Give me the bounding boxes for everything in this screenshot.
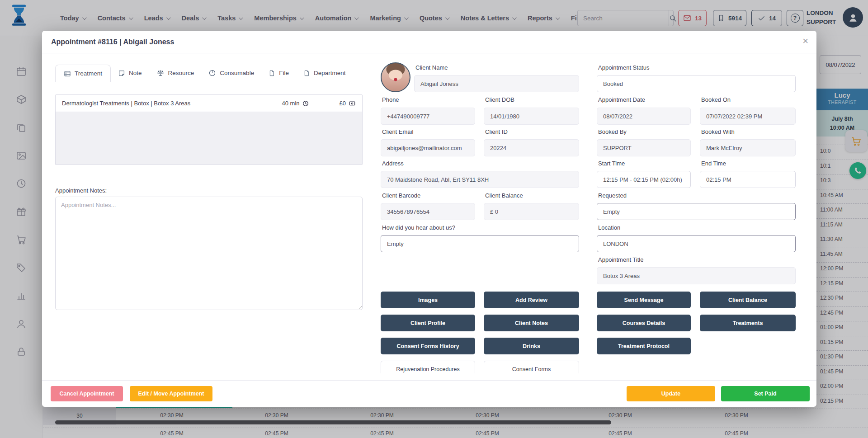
set-paid-button[interactable]: Set Paid (721, 386, 810, 401)
appointment-title-label: Appointment Title (598, 256, 643, 263)
tab-treatment[interactable]: Treatment (55, 65, 111, 82)
client-balance-label: Client Balance (485, 192, 523, 199)
appointment-status-field[interactable]: Booked (597, 75, 796, 92)
client-name-field[interactable]: Abigail Joness (414, 75, 579, 92)
requested-select[interactable]: Empty (597, 203, 796, 220)
end-time-field[interactable]: 02:15 PM (700, 171, 796, 188)
booked-by-label: Booked By (598, 128, 627, 135)
start-time-label: Start Time (598, 160, 625, 167)
appointment-notes-input[interactable] (55, 197, 363, 310)
tab-file[interactable]: File (261, 64, 296, 82)
client-notes-button[interactable]: Client Notes (484, 315, 579, 331)
modal-header: Appointment #8116 | Abigail Joness × (42, 31, 816, 53)
appointment-modal: Appointment #8116 | Abigail Joness × Tre… (42, 31, 816, 407)
hear-about-select[interactable]: Empty (381, 235, 579, 252)
client-profile-button[interactable]: Client Profile (381, 315, 475, 331)
treatment-duration: 40 min (282, 100, 300, 107)
client-email-label: Client Email (382, 128, 413, 135)
list-icon (64, 70, 71, 77)
client-barcode-label: Client Barcode (382, 192, 420, 199)
phone-label: Phone (382, 96, 399, 103)
hear-about-label: How did you hear about us? (382, 224, 455, 231)
client-balance-field[interactable]: £ 0 (484, 203, 579, 220)
client-id-label: Client ID (485, 128, 508, 135)
clipped-buttons-row: Rejuvenation Procedures Consent Forms (381, 361, 579, 373)
booked-with-label: Booked With (701, 128, 735, 135)
client-photo[interactable] (381, 62, 410, 92)
treatment-protocol-button[interactable]: Treatment Protocol (597, 338, 691, 354)
location-label: Location (598, 224, 620, 231)
scales-icon (156, 69, 165, 77)
phone-field[interactable]: +447490009777 (381, 108, 475, 125)
address-field[interactable]: 70 Maidstone Road, Abl, Ert SY11 8XH (381, 171, 579, 188)
modal-tabs: Treatment Note Resource Consumable File … (55, 65, 363, 82)
start-time-field[interactable]: 12:15 PM - 02:15 PM (02:00h) (597, 171, 691, 188)
rejuvenation-procedures-button[interactable]: Rejuvenation Procedures (381, 361, 475, 373)
drinks-button[interactable]: Drinks (484, 338, 579, 354)
clock-icon (302, 100, 309, 107)
tab-resource[interactable]: Resource (149, 64, 202, 82)
cash-icon[interactable] (349, 100, 356, 106)
appointment-status-label: Appointment Status (598, 64, 649, 71)
client-id-field[interactable]: 20224 (484, 139, 579, 156)
client-barcode-field[interactable]: 3455678976554 (381, 203, 475, 220)
booked-on-label: Booked On (701, 96, 731, 103)
booked-on-field[interactable]: 07/07/2022 02:39 PM (700, 108, 796, 125)
send-message-button[interactable]: Send Message (597, 292, 691, 308)
treatment-name: Dermatologist Treatments | Botox | Botox… (62, 100, 282, 107)
client-dob-field[interactable]: 14/01/1980 (484, 108, 579, 125)
client-name-label: Client Name (415, 64, 448, 71)
modal-title: Appointment #8116 | Abigail Joness (51, 38, 174, 46)
tab-note[interactable]: Note (111, 64, 149, 82)
tab-consumable[interactable]: Consumable (201, 64, 261, 82)
appointment-notes-label: Appointment Notes: (55, 187, 107, 194)
treatment-panel: Dermatologist Treatments | Botox | Botox… (55, 94, 363, 165)
end-time-label: End Time (701, 160, 726, 167)
location-select[interactable]: LONDON (597, 235, 796, 252)
update-button[interactable]: Update (627, 386, 715, 401)
treatment-row[interactable]: Dermatologist Treatments | Botox | Botox… (56, 95, 362, 112)
file-icon (269, 70, 275, 77)
client-dob-label: Client DOB (485, 96, 514, 103)
courses-details-button[interactable]: Courses Details (597, 315, 691, 331)
client-email-field[interactable]: abigailjones@mailinator.com (381, 139, 475, 156)
file-icon (303, 70, 310, 77)
close-icon[interactable]: × (802, 36, 808, 46)
address-label: Address (382, 160, 404, 167)
appointment-title-field[interactable]: Botox 3 Areas (597, 267, 796, 284)
booked-by-field[interactable]: SUPPORT (597, 139, 691, 156)
requested-label: Requested (598, 192, 627, 199)
consent-forms-button[interactable]: Consent Forms (484, 361, 579, 373)
cancel-appointment-button[interactable]: Cancel Appointment (51, 386, 123, 401)
booked-with-field[interactable]: Mark McElroy (700, 139, 796, 156)
client-balance-button[interactable]: Client Balance (700, 292, 796, 308)
appointment-date-label: Appointment Date (598, 96, 645, 103)
note-icon (118, 70, 125, 77)
app-window: Today Contacts Leads Deals Tasks Members… (0, 0, 868, 438)
edit-move-appointment-button[interactable]: Edit / Move Appointment (130, 386, 212, 401)
consent-forms-history-button[interactable]: Consent Forms History (381, 338, 475, 354)
add-review-button[interactable]: Add Review (484, 292, 579, 308)
pie-chart-icon (208, 69, 216, 77)
treatments-button[interactable]: Treatments (700, 315, 796, 331)
treatment-price: £0 (340, 100, 346, 107)
appointment-date-field[interactable]: 08/07/2022 (597, 108, 691, 125)
images-button[interactable]: Images (381, 292, 475, 308)
modal-footer: Cancel Appointment Edit / Move Appointme… (42, 380, 816, 407)
tab-department[interactable]: Department (296, 64, 353, 82)
